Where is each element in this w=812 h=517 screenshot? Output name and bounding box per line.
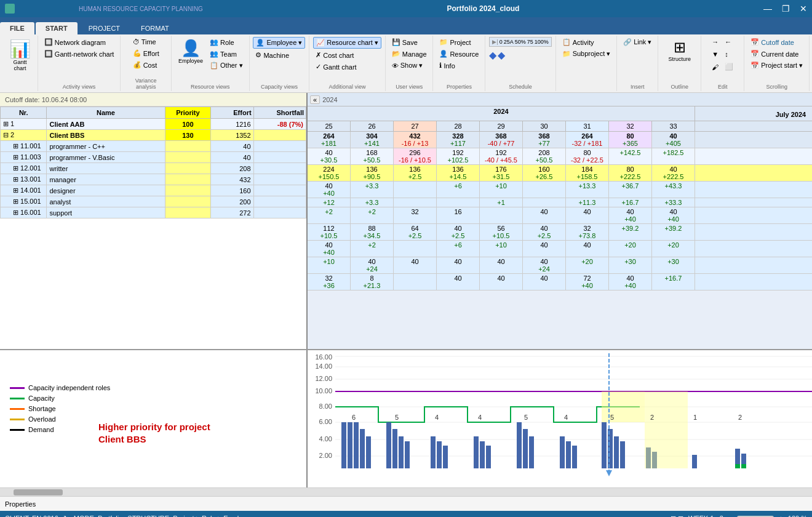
cell-priority xyxy=(165,185,211,196)
cost-btn[interactable]: 💰 Cost xyxy=(130,60,160,70)
cell-effort: 40 xyxy=(211,152,253,163)
cost-chart-btn[interactable]: ✗ Cost chart xyxy=(313,50,356,60)
info-label: Info xyxy=(444,62,455,70)
ribbon-section-schedule: ▶| 0 25A 50% 75 100% ◆ ◆ Schedule xyxy=(485,36,555,91)
outdent-btn[interactable]: ← xyxy=(722,37,734,47)
manage-btn[interactable]: 📂 Manage xyxy=(389,49,429,59)
cell-priority: 130 xyxy=(165,130,211,141)
cell-priority xyxy=(165,141,211,152)
capacity-line xyxy=(335,407,640,422)
cell-nr: ⊞ 11.001 xyxy=(1,141,47,152)
tab-file[interactable]: FILE xyxy=(0,22,34,34)
scroll-thumb[interactable] xyxy=(14,489,63,495)
bar xyxy=(348,422,352,468)
cell: +6 xyxy=(437,182,480,198)
window-controls[interactable]: — ❐ ✕ xyxy=(763,4,807,14)
zoom-in-btn[interactable]: + xyxy=(779,515,782,517)
emp-cap-label: Employee ▾ xyxy=(266,39,302,47)
client-aab-gantt-row: 40+30.5 168+50.5 296-16 / +10.5 192+102.… xyxy=(308,148,812,165)
project-icon: 📁 xyxy=(439,38,448,46)
effort-label: Effort xyxy=(143,50,159,57)
zoom-out-btn[interactable]: − xyxy=(728,515,732,517)
lower-pane: Capacity independent roles Capacity Shor… xyxy=(0,349,812,487)
employee-cap-btn[interactable]: 👤 Employee ▾ xyxy=(253,37,305,49)
team-btn[interactable]: 👥 Team xyxy=(207,49,245,59)
role-btn[interactable]: 👥 Role xyxy=(207,37,245,47)
horizontal-scrollbar[interactable] xyxy=(0,487,812,496)
network-diagram-btn[interactable]: 🔲 Network diagram xyxy=(42,37,108,47)
ribbon-section-properties: 📁 Project 👤 Resource ℹ Info Properties xyxy=(433,36,485,91)
bar xyxy=(602,422,607,468)
effort-btn[interactable]: 💪 Effort xyxy=(130,48,162,58)
bar xyxy=(486,446,491,468)
tab-format[interactable]: FORMAT xyxy=(131,22,179,34)
filter-icon: ▼ xyxy=(712,50,718,58)
table-row: ⊞ 12.001 writter 208 xyxy=(1,163,306,174)
cell-priority xyxy=(165,174,211,185)
cell-effort: 160 xyxy=(211,185,253,196)
refresh-icon[interactable]: ↻ xyxy=(63,515,69,518)
time-btn[interactable]: ⏱ Time xyxy=(130,37,159,47)
filter-btn[interactable]: ▼ xyxy=(709,49,721,59)
indent-btn[interactable]: → xyxy=(709,37,721,47)
show-btn[interactable]: 👁 Show ▾ xyxy=(389,60,426,71)
gantt-chart-button[interactable]: 📊 Ganttchart xyxy=(6,37,34,73)
cell: 40 xyxy=(480,257,523,273)
cell: 184+158.5 xyxy=(566,165,609,181)
tab-project[interactable]: PROJECT xyxy=(79,22,130,34)
minimize-btn[interactable]: — xyxy=(763,4,772,14)
network-icon: 🔲 xyxy=(44,38,53,46)
month-july: July 2024 ◆ ◆ xyxy=(695,106,812,121)
restore-btn[interactable]: ❐ xyxy=(782,4,790,14)
col-priority: Priority xyxy=(165,107,211,119)
cell: 224+150.5 xyxy=(308,165,351,181)
nav-prev-btn[interactable]: « xyxy=(310,95,320,104)
resource-prop-btn[interactable]: 👤 Resource xyxy=(437,49,481,59)
other-btn[interactable]: 📋 Other ▾ xyxy=(207,60,245,71)
dashed-arrow-head xyxy=(606,470,612,476)
current-date-btn[interactable]: 📅 Current date xyxy=(748,49,801,59)
bar xyxy=(341,422,346,468)
cell: 136+90.5 xyxy=(351,165,394,181)
bar xyxy=(529,436,534,468)
save-label: Save xyxy=(402,39,418,46)
tab-start[interactable]: START xyxy=(36,22,78,34)
cell-nr: ⊟ 2 xyxy=(1,130,47,141)
resource-chart-btn[interactable]: 📈 Resource chart ▾ xyxy=(313,37,381,49)
status-client: CLIENT: EN 2016 xyxy=(5,515,58,517)
save-view-btn[interactable]: 💾 Save xyxy=(389,37,420,47)
project-start-btn[interactable]: 📅 Project start ▾ xyxy=(748,60,805,71)
cell: 136+14.5 xyxy=(437,165,480,181)
subproject-btn[interactable]: 📁 Subproject ▾ xyxy=(560,49,613,59)
link-btn[interactable]: 🔗 Link ▾ xyxy=(621,37,654,47)
res-chart-icon: 📈 xyxy=(316,39,325,47)
nav-year-label: 2024 xyxy=(322,96,337,103)
legend-label: Demand xyxy=(28,426,54,433)
activity-btn[interactable]: 📋 Activity xyxy=(560,37,597,47)
legend-color-capacity xyxy=(10,398,25,399)
cutoff-date-btn[interactable]: 📅 Cutoff date xyxy=(748,37,797,47)
project-prop-btn[interactable]: 📁 Project xyxy=(437,37,473,47)
cell: 40+40 xyxy=(609,207,652,223)
properties-bar: Properties xyxy=(0,496,812,511)
paint-btn[interactable]: 🖌 xyxy=(709,62,721,72)
y-label: 8.00 xyxy=(319,403,332,410)
gantt-chart-view-btn[interactable]: ✓ Gantt chart xyxy=(313,62,359,72)
structure-btn[interactable]: ⊞ Structure xyxy=(664,37,695,64)
info-btn[interactable]: ℹ Info xyxy=(437,60,457,71)
week-29: 29 xyxy=(480,121,523,131)
cell: 40 xyxy=(480,274,523,290)
gantt-network-btn[interactable]: 🔲 Gantt-network chart xyxy=(42,49,117,59)
activity-label: Activity xyxy=(573,39,594,46)
cell: +33.3 xyxy=(652,198,695,207)
close-btn[interactable]: ✕ xyxy=(800,4,807,14)
eraser-btn[interactable]: ⬜ xyxy=(722,62,736,72)
machine-btn[interactable]: ⚙ Machine xyxy=(253,50,292,60)
employee-big-btn[interactable]: 👤 Employee xyxy=(175,37,206,66)
sort-btn[interactable]: ↕ xyxy=(722,49,731,59)
bar xyxy=(386,422,391,468)
month-headers: 2024 July 2024 ◆ ◆ August 2024 xyxy=(308,106,812,121)
res-chart-label: Resource chart ▾ xyxy=(327,39,378,47)
cell: 40+40 xyxy=(652,207,695,223)
bar xyxy=(360,429,365,468)
